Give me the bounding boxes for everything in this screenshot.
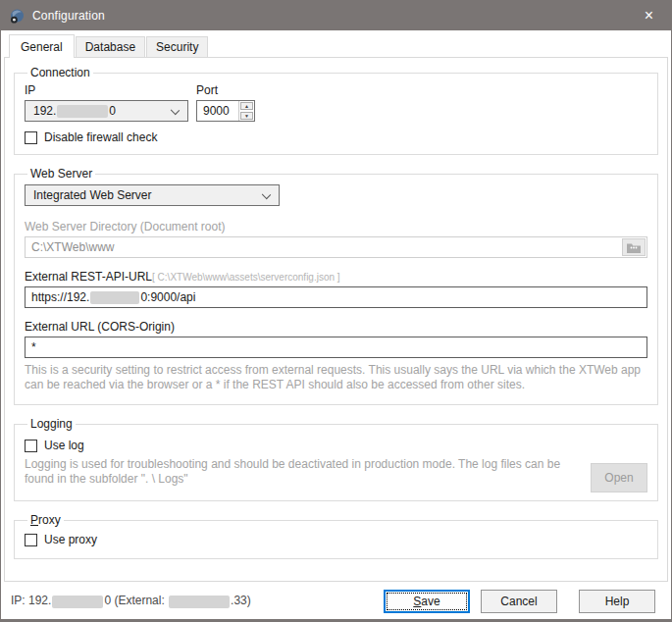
rest-api-url-prefix: https://192.	[31, 290, 89, 304]
app-icon	[9, 8, 26, 25]
tab-security[interactable]: Security	[146, 36, 208, 57]
logging-group: Logging Use log Logging is used for trou…	[14, 417, 658, 501]
ip-value-prefix: 192.	[33, 104, 56, 118]
folder-icon	[627, 242, 641, 253]
status-ip-redaction-1	[52, 596, 103, 608]
web-server-mode-combobox[interactable]: Integrated Web Server	[25, 184, 280, 206]
proxy-group: Proxy Use proxy	[14, 513, 658, 559]
ip-value-suffix: 0	[109, 104, 116, 118]
port-value: 9000	[197, 101, 238, 121]
cors-description: This is a security setting to restrict a…	[25, 363, 647, 392]
tabstrip: General Database Security	[1, 30, 671, 57]
rest-api-url-redaction	[90, 291, 139, 304]
disable-firewall-label: Disable firewall check	[44, 130, 157, 144]
connection-group: Connection IP 192.0 Port 9000 ▲ ▼	[14, 66, 658, 155]
rest-api-url-field[interactable]: https://192.0:9000/api	[25, 286, 647, 308]
cors-origin-label: External URL (CORS-Origin)	[25, 320, 647, 334]
web-server-group-label: Web Server	[27, 167, 95, 181]
use-log-checkbox[interactable]	[25, 440, 37, 452]
ip-label: IP	[25, 83, 188, 97]
web-server-directory-label: Web Server Directory (Document root)	[25, 220, 647, 233]
connection-group-label: Connection	[27, 66, 93, 79]
web-server-group: Web Server Integrated Web Server Web Ser…	[14, 167, 658, 405]
titlebar: Configuration ×	[1, 1, 671, 30]
cors-origin-value: *	[31, 340, 36, 354]
chevron-down-icon	[262, 190, 271, 199]
spin-down-icon[interactable]: ▼	[240, 112, 253, 120]
save-button[interactable]: Save	[384, 590, 470, 613]
open-logs-button[interactable]: Open	[591, 463, 647, 492]
port-label: Port	[196, 83, 255, 97]
close-icon[interactable]: ×	[627, 1, 671, 30]
window-title: Configuration	[32, 9, 627, 23]
bottom-bar: IP: 192.0 (External: .33) Save Cancel He…	[1, 582, 671, 620]
proxy-group-label: Proxy	[27, 513, 64, 527]
logging-description: Logging is used for troubleshooting and …	[25, 457, 574, 487]
use-log-label: Use log	[44, 439, 84, 452]
port-stepper[interactable]: 9000 ▲ ▼	[196, 100, 255, 122]
spin-up-icon[interactable]: ▲	[240, 102, 253, 110]
cancel-button[interactable]: Cancel	[481, 590, 557, 613]
status-ip-mid: 0 (External:	[104, 594, 168, 607]
logging-group-label: Logging	[27, 417, 76, 431]
help-button[interactable]: Help	[579, 590, 655, 613]
rest-api-url-suffix: 0:9000/api	[140, 290, 195, 304]
tab-page-general: Connection IP 192.0 Port 9000 ▲ ▼	[4, 57, 668, 582]
port-spin-buttons: ▲ ▼	[238, 101, 254, 121]
rest-api-url-label: External REST-API-URL	[25, 270, 152, 284]
rest-api-config-path-hint: [ C:\XTWeb\www\assets\serverconfig.json …	[152, 272, 340, 283]
tab-general[interactable]: General	[9, 34, 75, 58]
browse-folder-button	[622, 238, 646, 256]
configuration-dialog: Configuration × General Database Securit…	[0, 0, 672, 622]
use-proxy-checkbox[interactable]	[25, 534, 37, 546]
status-ip-suffix: .33)	[231, 594, 251, 607]
use-proxy-label: Use proxy	[44, 533, 97, 546]
status-ip-prefix: IP: 192.	[11, 594, 51, 607]
web-server-mode-value: Integrated Web Server	[33, 188, 152, 202]
status-ip-redaction-2	[169, 596, 230, 608]
chevron-down-icon	[171, 106, 180, 115]
ip-redaction	[57, 105, 108, 118]
disable-firewall-checkbox[interactable]	[25, 131, 37, 144]
tab-database[interactable]: Database	[76, 36, 145, 57]
status-ip-text: IP: 192.0 (External: .33)	[11, 594, 384, 607]
web-server-directory-field: C:\XTWeb\www	[25, 236, 647, 258]
cors-origin-field[interactable]: *	[25, 337, 647, 358]
ip-combobox[interactable]: 192.0	[25, 100, 188, 122]
web-server-directory-value: C:\XTWeb\www	[31, 240, 114, 254]
